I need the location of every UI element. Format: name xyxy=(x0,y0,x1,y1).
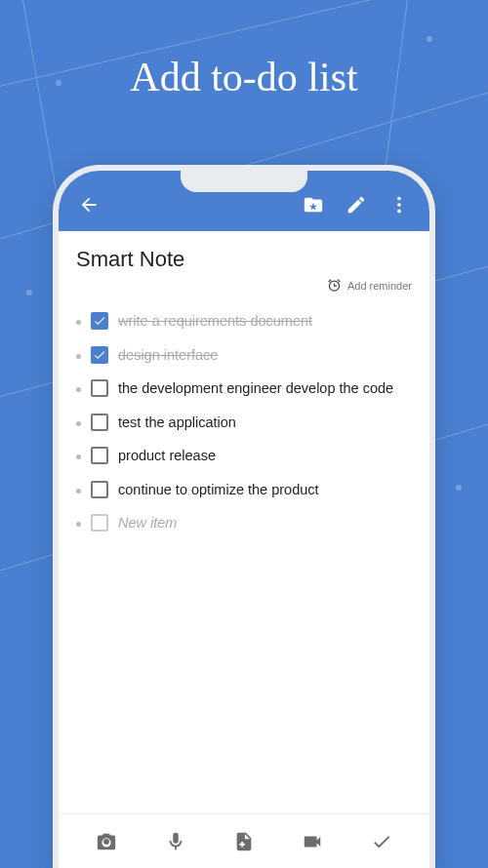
todo-item[interactable]: product release xyxy=(76,439,412,473)
alarm-icon xyxy=(327,278,342,293)
bottom-toolbar xyxy=(59,813,429,868)
pencil-icon xyxy=(346,194,367,216)
todo-checkbox[interactable] xyxy=(91,379,108,397)
arrow-left-icon xyxy=(78,194,100,216)
todo-label[interactable]: design interface xyxy=(118,345,412,366)
file-plus-icon xyxy=(233,831,255,852)
svg-point-12 xyxy=(397,210,401,214)
todo-item[interactable]: the development engineer develop the cod… xyxy=(76,372,412,406)
todo-label[interactable]: continue to optimize the product xyxy=(118,480,412,500)
add-reminder-button[interactable]: Add reminder xyxy=(76,278,412,293)
bullet-icon xyxy=(76,320,81,325)
bullet-icon xyxy=(76,522,81,527)
add-reminder-label: Add reminder xyxy=(347,280,412,292)
more-vertical-icon xyxy=(388,194,410,216)
todo-checkbox xyxy=(91,514,108,532)
back-button[interactable] xyxy=(72,188,105,221)
todo-list: write a requirements documentdesign inte… xyxy=(76,304,412,540)
todo-checkbox[interactable] xyxy=(91,447,108,464)
camera-button[interactable] xyxy=(86,823,127,860)
more-button[interactable] xyxy=(383,188,416,221)
todo-label[interactable]: write a requirements document xyxy=(118,311,412,332)
note-content: Smart Note Add reminder write a requirem… xyxy=(59,231,429,813)
camera-icon xyxy=(96,831,117,852)
todo-item[interactable]: test the application xyxy=(76,406,412,440)
todo-checkbox[interactable] xyxy=(91,346,108,364)
microphone-icon xyxy=(165,831,186,852)
bullet-icon xyxy=(76,454,81,459)
bullet-icon xyxy=(76,421,81,426)
new-item-placeholder[interactable]: New item xyxy=(118,513,412,533)
phone-notch xyxy=(181,171,307,192)
check-icon xyxy=(371,831,392,852)
todo-item[interactable]: write a requirements document xyxy=(76,304,412,338)
todo-label[interactable]: product release xyxy=(118,446,412,466)
edit-button[interactable] xyxy=(340,188,373,221)
todo-new-item[interactable]: New item xyxy=(76,506,412,540)
svg-point-7 xyxy=(427,36,432,42)
todo-label[interactable]: test the application xyxy=(118,413,412,433)
svg-point-10 xyxy=(397,197,401,201)
bullet-icon xyxy=(76,489,81,493)
todo-checkbox[interactable] xyxy=(91,312,108,330)
promo-title: Add to-do list xyxy=(0,54,488,100)
video-icon xyxy=(302,831,323,852)
bullet-icon xyxy=(76,387,81,392)
todo-item[interactable]: design interface xyxy=(76,338,412,373)
todo-label[interactable]: the development engineer develop the cod… xyxy=(118,378,412,399)
svg-point-9 xyxy=(456,485,462,491)
bullet-icon xyxy=(76,354,81,359)
add-file-button[interactable] xyxy=(224,823,264,860)
favorite-folder-button[interactable] xyxy=(297,188,330,221)
note-title[interactable]: Smart Note xyxy=(76,247,412,272)
phone-frame: Smart Note Add reminder write a requirem… xyxy=(59,171,429,868)
svg-point-8 xyxy=(26,290,32,296)
todo-checkbox[interactable] xyxy=(91,481,108,498)
done-button[interactable] xyxy=(361,823,402,860)
todo-item[interactable]: continue to optimize the product xyxy=(76,473,412,507)
svg-point-11 xyxy=(397,203,401,207)
mic-button[interactable] xyxy=(155,823,196,860)
folder-star-icon xyxy=(303,194,324,216)
todo-checkbox[interactable] xyxy=(91,414,108,431)
video-button[interactable] xyxy=(292,823,333,860)
